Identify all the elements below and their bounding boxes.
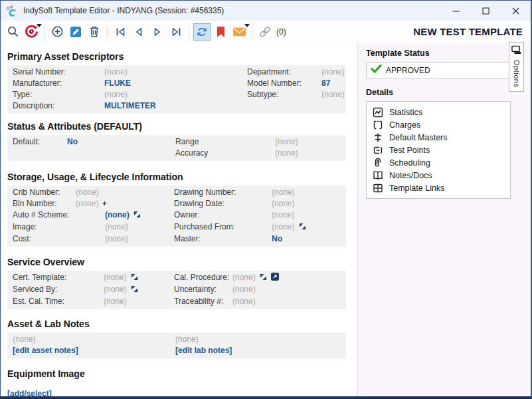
details-item-test-points[interactable]: Test Points bbox=[367, 144, 510, 156]
crib-number-value[interactable]: (none) bbox=[76, 187, 174, 198]
cal-procedure-value[interactable]: (none) bbox=[232, 272, 346, 284]
uncertainty-label: Uncertainty: bbox=[174, 284, 232, 296]
drawing-number-value[interactable]: (none) bbox=[272, 187, 346, 198]
subtype-label: Subtype: bbox=[247, 89, 321, 100]
traceability-value[interactable]: (none) bbox=[232, 296, 346, 307]
minimize-button[interactable] bbox=[441, 1, 471, 21]
previous-record-button[interactable] bbox=[130, 23, 147, 41]
section-title: Primary Asset Descriptors bbox=[7, 51, 346, 62]
department-value[interactable]: (none) bbox=[321, 66, 346, 78]
toolbar-separator bbox=[107, 26, 108, 38]
links-button[interactable] bbox=[256, 23, 274, 41]
add-bin-icon[interactable]: + bbox=[102, 199, 107, 208]
lab-notes-value: (none) bbox=[175, 334, 346, 345]
default-label: Default: bbox=[13, 136, 67, 148]
drawing-number-label: Drawing Number: bbox=[174, 187, 272, 198]
type-value[interactable]: (none) bbox=[104, 89, 247, 100]
indysoft-logo-icon bbox=[5, 4, 20, 17]
range-label: Range bbox=[175, 136, 275, 148]
serial-number-value[interactable]: (none) bbox=[104, 66, 247, 78]
crib-number-label: Crib Number: bbox=[13, 187, 76, 198]
add-select-image-link[interactable]: [add/select] bbox=[7, 389, 52, 398]
toolbar-separator bbox=[44, 26, 44, 38]
master-label: Master: bbox=[174, 233, 272, 245]
titlebar: IndySoft Template Editor - INDYANG (Sess… bbox=[1, 1, 531, 21]
owner-label: Owner: bbox=[174, 209, 272, 221]
goto-icon[interactable] bbox=[299, 222, 306, 233]
edit-button[interactable] bbox=[67, 23, 84, 41]
bookmark-button[interactable] bbox=[212, 23, 229, 41]
template-status-box[interactable]: APPROVED bbox=[366, 62, 511, 78]
delete-button[interactable] bbox=[86, 23, 103, 41]
est-cal-time-value[interactable]: (none) bbox=[104, 296, 174, 307]
subtype-value[interactable]: (none) bbox=[321, 89, 346, 100]
details-item-charges[interactable]: Charges bbox=[367, 118, 510, 131]
template-links-grid-icon bbox=[372, 183, 384, 194]
goto-icon[interactable] bbox=[260, 273, 267, 284]
goto-icon[interactable] bbox=[131, 273, 138, 284]
description-label: Description: bbox=[13, 100, 104, 112]
traceability-label: Traceability #: bbox=[174, 296, 232, 307]
auto-scheme-value[interactable]: (none) bbox=[76, 209, 174, 221]
goto-icon[interactable] bbox=[131, 285, 138, 296]
model-number-value[interactable]: 87 bbox=[321, 78, 346, 89]
range-value[interactable]: (none) bbox=[275, 136, 346, 148]
test-points-icon bbox=[372, 145, 384, 156]
serial-number-label: Serial Number: bbox=[13, 66, 104, 78]
owner-value[interactable]: (none) bbox=[272, 209, 346, 221]
details-item-template-links[interactable]: Template Links bbox=[367, 182, 510, 194]
section-primary-asset-descriptors: Primary Asset Descriptors Serial Number:… bbox=[7, 51, 346, 114]
manufacturer-label: Manufacturer: bbox=[13, 78, 104, 89]
default-value[interactable]: No bbox=[67, 136, 175, 148]
manufacturer-value[interactable]: FLUKE bbox=[104, 78, 247, 89]
purchased-from-value[interactable]: (none) bbox=[272, 221, 346, 233]
history-dropdown-icon[interactable] bbox=[37, 24, 42, 27]
history-button[interactable] bbox=[23, 23, 40, 41]
edit-asset-notes-link[interactable]: [edit asset notes] bbox=[13, 345, 175, 356]
email-dropdown-icon[interactable] bbox=[244, 24, 250, 27]
details-item-notes-docs[interactable]: Notes/Docs bbox=[367, 169, 510, 182]
template-title: NEW TEST TEMPLATE bbox=[413, 26, 523, 37]
details-item-scheduling[interactable]: Scheduling bbox=[367, 156, 510, 169]
section-title: Service Overview bbox=[7, 257, 346, 267]
link-count: (0) bbox=[276, 27, 286, 37]
master-value[interactable]: No bbox=[272, 233, 346, 245]
drawing-date-label: Drawing Date: bbox=[174, 198, 272, 209]
add-button[interactable] bbox=[48, 23, 66, 41]
goto-icon[interactable] bbox=[133, 210, 141, 221]
next-record-button[interactable] bbox=[149, 23, 166, 41]
serviced-by-value[interactable]: (none) bbox=[104, 284, 174, 296]
image-value[interactable]: (none) bbox=[76, 221, 174, 233]
status-value: APPROVED bbox=[386, 66, 430, 75]
email-button[interactable] bbox=[230, 23, 248, 41]
options-tab[interactable]: Options bbox=[509, 42, 524, 92]
close-button[interactable] bbox=[501, 1, 531, 21]
search-button[interactable] bbox=[4, 23, 21, 41]
details-item-default-masters[interactable]: Default Masters bbox=[367, 131, 510, 144]
cert-template-value[interactable]: (none) bbox=[104, 272, 174, 284]
default-masters-icon bbox=[372, 132, 384, 143]
bin-number-label: Bin Number: bbox=[13, 198, 76, 209]
open-procedure-icon[interactable] bbox=[271, 273, 279, 284]
edit-lab-notes-link[interactable]: [edit lab notes] bbox=[175, 345, 346, 356]
first-record-button[interactable] bbox=[112, 23, 129, 41]
description-value[interactable]: MULTIMETER bbox=[104, 100, 247, 112]
toolbar-separator bbox=[189, 26, 189, 38]
cost-label: Cost: bbox=[13, 233, 76, 245]
purchased-from-label: Purchased From: bbox=[174, 221, 272, 233]
options-monitor-icon bbox=[511, 45, 521, 57]
cost-value[interactable]: (none) bbox=[76, 233, 174, 245]
scheduling-paperclip-icon bbox=[372, 158, 384, 168]
section-status-attributes: Status & Attributes (DEFAULT) Default: N… bbox=[7, 121, 346, 161]
drawing-date-value[interactable]: (none) bbox=[272, 198, 346, 209]
details-item-statistics[interactable]: Statistics bbox=[367, 106, 510, 118]
refresh-button[interactable] bbox=[193, 23, 211, 41]
uncertainty-value[interactable]: (none) bbox=[232, 284, 346, 296]
model-number-label: Model Number: bbox=[247, 78, 321, 89]
bin-number-value[interactable]: (none)+ bbox=[76, 198, 174, 209]
accuracy-value[interactable]: (none) bbox=[275, 148, 346, 159]
section-title: Storage, Usage, & Lifecycle Information bbox=[7, 172, 346, 182]
type-label: Type: bbox=[13, 89, 104, 100]
maximize-button[interactable] bbox=[471, 1, 501, 21]
last-record-button[interactable] bbox=[167, 23, 185, 41]
